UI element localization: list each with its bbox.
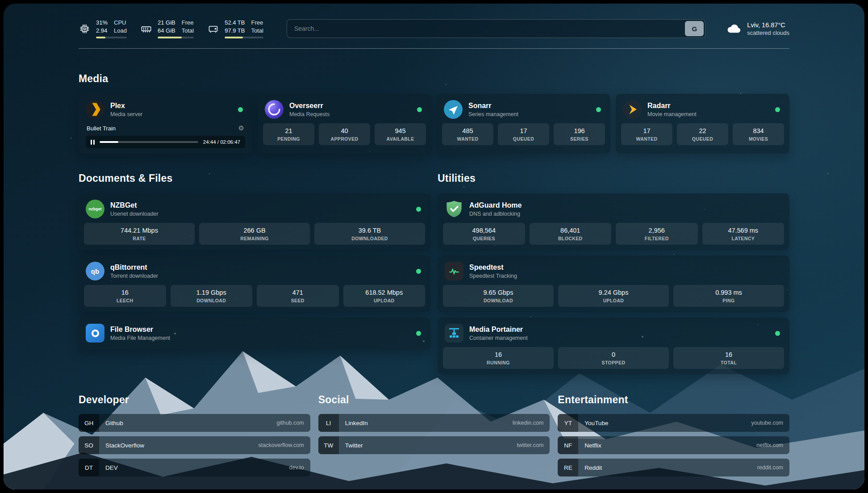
sonarr-icon — [444, 100, 463, 119]
search-bar: G — [287, 19, 705, 38]
stat-value: 86,401 — [531, 227, 610, 234]
search-input[interactable] — [287, 20, 684, 38]
stat-label: UPLOAD — [560, 298, 667, 303]
service-name: Speedtest — [469, 263, 782, 272]
stat-value: 16 — [675, 351, 782, 358]
stat-value: 0.993 ms — [675, 289, 782, 296]
search-engine-button[interactable]: G — [685, 21, 704, 36]
stat-value: 0 — [560, 351, 667, 358]
bookmark-github[interactable]: GH Github github.com — [79, 414, 310, 432]
section-utilities: Utilities AdGuard Home — [438, 172, 789, 374]
status-indicator — [775, 331, 780, 336]
memory-icon — [140, 23, 152, 35]
stat-value: 22 — [679, 127, 726, 134]
stat-ping: 0.993 ms PING — [673, 285, 784, 307]
disk-total-label: Total — [251, 27, 263, 35]
stat-label: QUERIES — [445, 236, 523, 241]
bookmark-name: Netflix — [578, 442, 756, 449]
service-card-adguard[interactable]: AdGuard Home DNS and adblocking 498,564 … — [438, 193, 789, 250]
snow-specks — [4, 4, 4, 4]
stat-label: RATE — [86, 236, 193, 241]
stat-value: 945 — [376, 127, 424, 134]
bookmark-abbr: YT — [558, 414, 578, 432]
stat-value: 471 — [259, 289, 337, 296]
bookmark-url: stackoverflow.com — [259, 442, 310, 448]
stat-label: WANTED — [444, 136, 492, 142]
playback-progress-bar[interactable] — [100, 141, 198, 143]
stat-value: 21 — [265, 127, 313, 134]
service-name: NZBGet — [110, 201, 410, 209]
portainer-icon — [445, 324, 463, 343]
stat-label: QUEUED — [500, 136, 547, 142]
cpu-widget: 31% 2.94 CPU Load — [79, 19, 127, 38]
stat-upload: 9.24 Gbps UPLOAD — [558, 285, 669, 307]
bookmark-abbr: TW — [318, 436, 339, 454]
memory-free-value: 21 GiB — [158, 19, 175, 27]
section-title-documents: Documents & Files — [79, 172, 430, 184]
service-card-qbittorrent[interactable]: qb qBittorrent Torrent downloader 16 LEE… — [79, 255, 430, 312]
service-card-nzbget[interactable]: nzbget NZBGet Usenet downloader 744.21 M… — [79, 193, 430, 250]
bookmark-youtube[interactable]: YT YouTube youtube.com — [558, 414, 789, 432]
disk-free-label: Free — [251, 19, 263, 27]
top-bar: 31% 2.94 CPU Load — [79, 19, 789, 38]
weather-location: Lviv, 16.87°C — [747, 21, 789, 29]
stat-value: 485 — [444, 127, 492, 134]
service-subtitle: Usenet downloader — [110, 211, 410, 217]
bookmark-url: dev.to — [289, 464, 310, 471]
stat-value: 39.6 TB — [316, 227, 423, 234]
stat-label: PING — [675, 298, 782, 303]
stat-blocked: 86,401 BLOCKED — [530, 223, 612, 245]
stat-label: SEED — [259, 298, 337, 303]
stat-label: UPLOAD — [345, 298, 424, 303]
service-card-overseerr[interactable]: Overseerr Media Requests 21 PENDING 40 A… — [258, 94, 431, 154]
bookmark-reddit[interactable]: RE Reddit reddit.com — [558, 459, 789, 476]
stat-remaining: 266 GB REMAINING — [199, 223, 310, 245]
bookmark-stackoverflow[interactable]: SO StackOverflow stackoverflow.com — [79, 436, 310, 454]
status-indicator — [596, 107, 601, 112]
bookmark-url: linkedin.com — [513, 420, 550, 426]
memory-total-label: Total — [182, 27, 194, 35]
bookmark-url: reddit.com — [757, 464, 789, 471]
stat-queries: 498,564 QUERIES — [443, 223, 525, 245]
qbittorrent-icon: qb — [86, 262, 104, 280]
status-indicator — [238, 107, 243, 112]
bookmark-dev[interactable]: DT DEV dev.to — [79, 459, 310, 476]
weather-widget[interactable]: Lviv, 16.87°C scattered clouds — [726, 21, 789, 36]
memory-widget: 21 GiB 64 GiB Free Total — [140, 19, 194, 38]
section-title-developer: Developer — [79, 394, 310, 406]
bookmark-url: github.com — [277, 420, 310, 426]
stat-label: WANTED — [623, 136, 671, 142]
stat-label: REMAINING — [201, 236, 308, 241]
service-card-radarr[interactable]: Radarr Movie management 17 WANTED 22 QUE… — [616, 94, 789, 154]
service-subtitle: Speedtest Tracking — [469, 273, 782, 279]
section-social: Social LI LinkedIn linkedin.com TW Twitt… — [318, 394, 550, 481]
bookmark-netflix[interactable]: NF Netflix netflix.com — [558, 436, 789, 454]
section-entertainment: Entertainment YT YouTube youtube.com NF … — [558, 394, 789, 481]
stat-series: 196 SERIES — [554, 123, 605, 145]
plex-icon — [86, 100, 104, 119]
service-card-sonarr[interactable]: Sonarr Series management 485 WANTED 17 Q… — [437, 94, 610, 154]
memory-total-value: 64 GiB — [158, 27, 175, 35]
cpu-percent: 31% — [96, 19, 108, 27]
bookmark-linkedin[interactable]: LI LinkedIn linkedin.com — [318, 414, 550, 432]
weather-condition: scattered clouds — [747, 29, 789, 36]
adguard-icon — [445, 200, 463, 218]
service-card-plex[interactable]: Plex Media server Bullet Train ⚙ — [79, 94, 252, 154]
bookmark-twitter[interactable]: TW Twitter twitter.com — [318, 436, 550, 454]
status-indicator — [417, 107, 422, 112]
bookmark-name: Github — [99, 420, 277, 426]
plex-now-playing: Bullet Train ⚙ 24:44 / 02:06:47 — [84, 124, 247, 148]
service-card-speedtest[interactable]: Speedtest Speedtest Tracking 9.65 Gbps D… — [438, 255, 789, 312]
gear-icon[interactable]: ⚙ — [238, 124, 244, 132]
stat-label: TOTAL — [675, 360, 782, 365]
stat-label: LATENCY — [704, 236, 783, 241]
service-card-filebrowser[interactable]: File Browser Media File Management — [79, 318, 430, 350]
section-developer: Developer GH Github github.com SO StackO… — [79, 394, 310, 481]
pause-icon[interactable] — [91, 140, 95, 145]
disk-total-value: 97.9 TB — [225, 27, 245, 35]
stat-value: 1.19 Gbps — [172, 289, 251, 296]
stat-wanted: 485 WANTED — [442, 123, 493, 145]
bookmark-name: DEV — [99, 464, 289, 471]
service-card-portainer[interactable]: Media Portainer Container management 16 … — [438, 318, 789, 374]
service-subtitle: Media Requests — [289, 111, 411, 117]
